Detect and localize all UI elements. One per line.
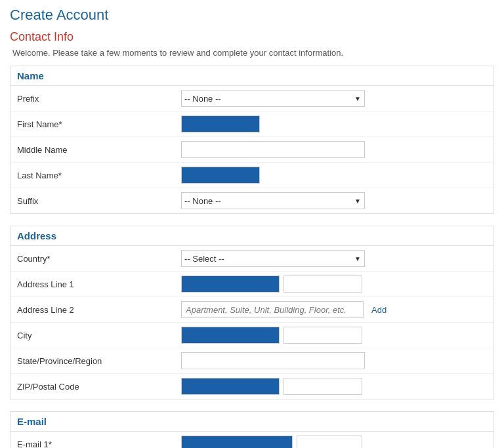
lastname-row: Last Name* [10,163,494,188]
firstname-field [181,115,487,132]
prefix-select[interactable]: -- None -- [181,90,365,107]
name-section-header: Name [10,66,494,86]
country-select[interactable]: -- Select -- [181,250,365,267]
address-section-header: Address [10,226,494,246]
state-label: State/Province/Region [17,356,181,366]
address1-input[interactable] [181,275,280,293]
address1-input-extra[interactable] [284,275,362,293]
middlename-field [181,141,487,158]
middlename-input[interactable] [181,141,365,158]
address-section-label: Address [17,230,56,241]
email1-label: E-mail 1* [17,439,181,449]
country-row: Country* -- Select -- ▼ [10,246,494,272]
country-label: Country* [17,254,181,264]
suffix-select[interactable]: -- None -- [181,192,365,209]
address2-input[interactable] [181,301,364,318]
prefix-field: -- None -- ▼ [181,90,487,107]
address1-row: Address Line 1 [10,272,494,297]
zip-row: ZIP/Postal Code [10,374,494,399]
email1-input-extra[interactable] [297,436,362,448]
suffix-row: Suffix -- None -- ▼ [10,188,494,213]
address1-label: Address Line 1 [17,279,181,289]
city-input[interactable] [181,327,280,344]
address1-field [181,275,487,293]
address2-label: Address Line 2 [17,305,181,315]
city-label: City [17,331,181,340]
middlename-row: Middle Name [10,137,494,163]
suffix-select-wrapper: -- None -- ▼ [181,192,365,209]
welcome-text: Welcome. Please take a few moments to re… [10,48,494,58]
email-section: E-mail E-mail 1* E-mail 2 E-mail 3 [10,411,494,448]
lastname-input[interactable] [181,167,260,184]
lastname-field [181,167,487,184]
state-input[interactable] [181,352,365,369]
contact-info-heading: Contact Info [10,30,494,44]
address2-field: Add [181,301,487,318]
prefix-select-wrapper: -- None -- ▼ [181,90,365,107]
city-field [181,327,487,344]
suffix-label: Suffix [17,196,181,206]
name-section-label: Name [17,70,44,81]
prefix-label: Prefix [17,94,181,104]
city-row: City [10,323,494,348]
prefix-row: Prefix -- None -- ▼ [10,86,494,112]
city-input-extra[interactable] [284,327,362,344]
name-section: Name Prefix -- None -- ▼ First Name* [10,66,494,214]
email1-row: E-mail 1* [10,432,494,448]
suffix-field: -- None -- ▼ [181,192,487,209]
lastname-label: Last Name* [17,171,181,180]
page-title: Create Account [10,7,494,24]
address-section: Address Country* -- Select -- ▼ Address … [10,226,494,399]
page-container: Create Account Contact Info Welcome. Ple… [0,0,504,448]
zip-field [181,378,487,395]
state-field [181,352,487,369]
address2-row: Address Line 2 Add [10,297,494,323]
firstname-input[interactable] [181,115,260,132]
email1-field [181,436,487,448]
email-section-header: E-mail [10,412,494,432]
middlename-label: Middle Name [17,145,181,155]
zip-input[interactable] [181,378,280,395]
zip-input-extra[interactable] [284,378,362,395]
email-section-label: E-mail [17,416,47,427]
country-field: -- Select -- ▼ [181,250,487,267]
address2-add-link[interactable]: Add [371,305,387,315]
country-select-wrapper: -- Select -- ▼ [181,250,365,267]
zip-label: ZIP/Postal Code [17,382,181,392]
state-row: State/Province/Region [10,348,494,374]
firstname-label: First Name* [17,119,181,129]
firstname-row: First Name* [10,112,494,137]
email1-input[interactable] [181,436,293,448]
